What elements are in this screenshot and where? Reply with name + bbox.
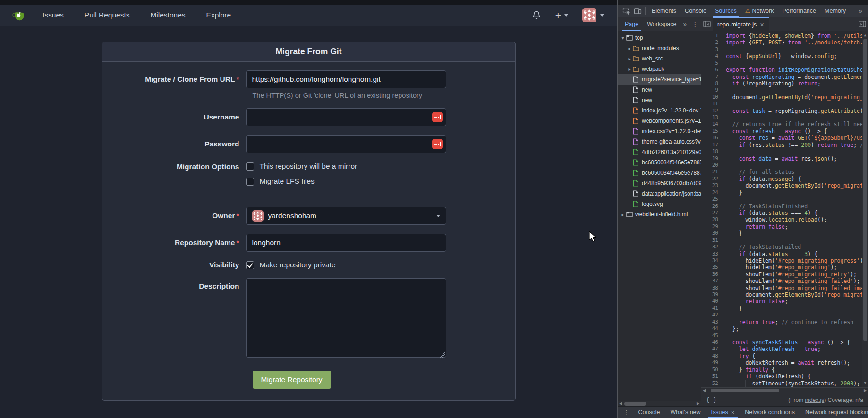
drawer-tab-console[interactable]: Console: [633, 407, 665, 418]
device-toolbar-button[interactable]: [632, 5, 643, 17]
code-line[interactable]: const syncTaskStatus = async () => {: [726, 339, 868, 346]
code-line[interactable]: document.getElementById('repo_migrating_…: [726, 94, 868, 101]
line-number[interactable]: 16: [701, 135, 718, 141]
scrollbar-thumb[interactable]: [624, 402, 646, 406]
line-number[interactable]: 8: [701, 80, 718, 87]
code-line[interactable]: import {GET, POST} from '../modules/fetc…: [726, 39, 868, 46]
devtools-tab-memory[interactable]: Memory: [820, 5, 850, 17]
user-menu[interactable]: [582, 8, 604, 22]
tree-collapsed-icon[interactable]: ▸: [620, 212, 626, 217]
navigator-menu-button[interactable]: ⋮: [689, 17, 701, 31]
line-number[interactable]: 25: [701, 196, 718, 203]
line-number[interactable]: 28: [701, 216, 718, 223]
tree-item-node-modules[interactable]: ▸node_modules: [618, 43, 701, 53]
line-number[interactable]: 35: [701, 264, 718, 271]
source-link[interactable]: index.js: [805, 397, 825, 403]
line-number[interactable]: 50: [701, 367, 718, 373]
line-number[interactable]: 6: [701, 67, 718, 73]
code-line[interactable]: }: [726, 189, 868, 196]
line-number[interactable]: 40: [701, 298, 718, 305]
migration-option-0-checkbox[interactable]: [246, 162, 254, 171]
scroll-up-icon[interactable]: ▲: [862, 32, 868, 39]
migration-option-1-checkbox[interactable]: [246, 178, 254, 186]
scroll-left-icon[interactable]: ◀: [618, 401, 623, 406]
devtools-tab-performance[interactable]: Performance: [778, 5, 820, 17]
line-number[interactable]: 29: [701, 223, 718, 230]
code-line[interactable]: if (res.status !== 200) return true; // …: [726, 142, 868, 148]
line-number[interactable]: 12: [701, 108, 718, 114]
visibility-private-checkbox[interactable]: [246, 261, 254, 269]
scroll-right-icon[interactable]: ▶: [695, 401, 701, 406]
line-number[interactable]: 1: [701, 33, 718, 39]
scroll-left-icon[interactable]: ◀: [701, 388, 707, 392]
tree-item-data-application-json-bas[interactable]: data:application/json;bas: [618, 188, 701, 199]
password-manager-icon[interactable]: [432, 112, 443, 122]
line-number[interactable]: 5: [701, 60, 718, 67]
code-line[interactable]: if (doNextRefresh) {: [726, 373, 868, 380]
scrollbar-thumb[interactable]: [863, 39, 867, 341]
gitea-logo[interactable]: [10, 8, 25, 22]
line-number[interactable]: 21: [701, 169, 718, 175]
line-number[interactable]: 3: [701, 46, 718, 53]
owner-dropdown[interactable]: yardenshoham: [246, 207, 446, 225]
line-number[interactable]: 32: [701, 244, 718, 250]
tree-collapsed-icon[interactable]: ▸: [626, 46, 633, 51]
username-input[interactable]: [246, 108, 446, 126]
tree-collapsed-icon[interactable]: ▸: [626, 67, 633, 72]
line-number[interactable]: 20: [701, 162, 718, 169]
drawer-tab-issues[interactable]: Issues×: [706, 407, 740, 418]
tree-item-index-js-v-1-22-0-dev-73[interactable]: index.js?v=1.22.0~dev-73: [618, 105, 701, 116]
code-line[interactable]: [726, 237, 868, 244]
tree-item-bc6050034f046e5e7887d[interactable]: bc6050034f046e5e7887d: [618, 168, 701, 178]
line-number[interactable]: 42: [701, 312, 718, 318]
line-number[interactable]: 52: [701, 380, 718, 387]
code-line[interactable]: document.getElementById('repo_migrating_…: [726, 182, 868, 189]
code-line[interactable]: hideElem('#repo_migrating_progress');: [726, 257, 868, 264]
line-number[interactable]: 44: [701, 325, 718, 332]
line-number[interactable]: 51: [701, 373, 718, 380]
create-new-dropdown[interactable]: +: [555, 10, 568, 20]
drawer-tab-network-request-blocking[interactable]: Network request blocking: [800, 407, 868, 418]
close-icon[interactable]: ×: [760, 21, 764, 28]
code-line[interactable]: [726, 148, 868, 155]
devtools-tab-sources[interactable]: Sources: [711, 5, 741, 17]
code-line[interactable]: return true; // continue to refresh: [726, 319, 868, 325]
line-number[interactable]: 15: [701, 128, 718, 135]
line-number[interactable]: 48: [701, 353, 718, 359]
tree-item-webpack[interactable]: ▸webpack: [618, 64, 701, 74]
tree-horizontal-scrollbar[interactable]: ◀ ▶: [618, 401, 701, 406]
line-number[interactable]: 14: [701, 121, 718, 128]
tree-item-webclient-infield-html[interactable]: ▸webclient-infield.html: [618, 209, 701, 220]
tree-item-migrate-service-type-1[interactable]: migrate?service_type=1&: [618, 74, 701, 85]
show-debugger-sidebar-button[interactable]: [857, 18, 868, 30]
code-line[interactable]: [726, 46, 868, 53]
editor-tab-repo-migrate[interactable]: repo-migrate.js ×: [713, 17, 769, 31]
code-line[interactable]: return false;: [726, 298, 868, 305]
code-line[interactable]: [726, 114, 868, 121]
line-number[interactable]: 23: [701, 182, 718, 189]
code-line[interactable]: document.getElementById('repo_migrating_…: [726, 291, 868, 298]
code-line[interactable]: showElem('#repo_migrating_failed');: [726, 278, 868, 284]
code-line[interactable]: const res = await GET(`${appSubUrl}/user…: [726, 135, 868, 141]
close-icon[interactable]: ×: [731, 409, 735, 416]
line-number[interactable]: 34: [701, 257, 718, 264]
line-number[interactable]: 43: [701, 319, 718, 325]
scroll-down-icon[interactable]: ▼: [862, 380, 868, 386]
code-line[interactable]: const refresh = async () => {: [726, 128, 868, 135]
code-line[interactable]: export function initRepoMigrationStatusC…: [726, 67, 868, 73]
code-line[interactable]: [726, 196, 868, 203]
tree-expanded-icon[interactable]: ▾: [620, 35, 626, 41]
clone-url-input[interactable]: [246, 70, 446, 88]
line-number[interactable]: 13: [701, 114, 718, 121]
line-number[interactable]: 39: [701, 291, 718, 298]
nav-item-explore[interactable]: Explore: [206, 11, 231, 19]
tree-item-web-src[interactable]: ▸web_src: [618, 53, 701, 64]
nav-item-pull-requests[interactable]: Pull Requests: [85, 11, 130, 19]
code-line[interactable]: window.location.reload();: [726, 216, 868, 223]
code-line[interactable]: [726, 87, 868, 94]
line-number[interactable]: 17: [701, 142, 718, 148]
inspect-element-button[interactable]: [621, 5, 632, 17]
scroll-right-icon[interactable]: ▶: [862, 388, 868, 392]
tree-item-new[interactable]: new: [618, 85, 701, 95]
tree-item-top[interactable]: ▾top: [618, 33, 701, 43]
